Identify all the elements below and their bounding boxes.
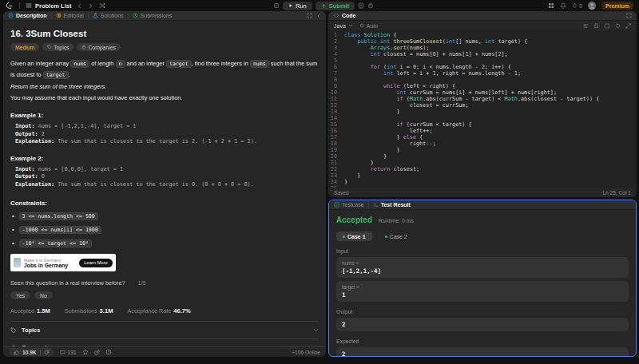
saved-status: Saved xyxy=(334,190,349,196)
line-number: 14 xyxy=(328,115,344,121)
thumbs-down-icon[interactable] xyxy=(44,350,50,355)
example-block: Example 2:Input: nums = [0,0,0], target … xyxy=(10,155,319,189)
line-number: 9 xyxy=(328,83,344,89)
brackets-icon[interactable] xyxy=(604,23,610,29)
survey-yes-button[interactable]: Yes xyxy=(10,291,30,299)
reset-icon[interactable] xyxy=(615,23,621,29)
accordion-topics[interactable]: Topics xyxy=(10,321,319,338)
code-editor[interactable]: 1class Solution {2 public int threeSumCl… xyxy=(328,30,637,188)
input-field-box[interactable]: nums =[-1,2,1,-4] xyxy=(336,257,629,278)
difficulty-badge[interactable]: Medium xyxy=(10,43,39,51)
survey-no-button[interactable]: No xyxy=(34,291,53,299)
code-line: 24} xyxy=(328,179,637,185)
result-runtime: Runtime: 0 ms xyxy=(379,218,414,224)
line-number: 3 xyxy=(328,45,344,51)
tab-code-label: Code xyxy=(342,13,356,18)
line-number: 22 xyxy=(328,166,344,172)
problem-list-label: Problem List xyxy=(35,2,71,10)
tab-solutions[interactable]: Solutions xyxy=(93,13,124,18)
topics-tag-label: Topics xyxy=(54,45,69,50)
example-row-key: Input: xyxy=(15,123,35,129)
ad-learn-more-button[interactable]: Learn More xyxy=(79,259,113,267)
random-problem-button[interactable] xyxy=(99,2,105,9)
editor-tabbar: Code xyxy=(328,11,637,21)
tag-icon xyxy=(47,45,52,49)
tab-submissions[interactable]: Submissions xyxy=(133,13,173,18)
input-label: Input xyxy=(336,248,629,254)
chevron-down-icon xyxy=(313,327,319,333)
notifications-bell-icon[interactable] xyxy=(560,2,566,9)
input-fields: nums =[-1,2,1,-4]target =1 xyxy=(336,257,629,302)
language-selector[interactable]: Java xyxy=(334,23,353,29)
code-text: public int threeSumClosest(int[] nums, i… xyxy=(344,38,527,45)
input-field-box[interactable]: target =1 xyxy=(336,281,629,302)
notes-icon[interactable] xyxy=(358,2,364,9)
tab-editorial[interactable]: Editorial xyxy=(56,13,84,18)
example-row-key: Explanation: xyxy=(15,181,54,188)
help-icon[interactable] xyxy=(105,349,112,355)
line-number: 17 xyxy=(328,134,344,140)
code-text: } xyxy=(344,109,400,115)
chevron-down-icon xyxy=(348,23,353,28)
code-text: } xyxy=(344,153,387,160)
example-row-key: Output: xyxy=(15,131,38,137)
emphasized-text: Return the sum of the three integers. xyxy=(10,83,106,90)
stat-value: 3.1M xyxy=(100,307,113,315)
tab-testcase[interactable]: Testcase xyxy=(334,202,364,208)
tab-description[interactable]: Description xyxy=(8,13,47,18)
divider xyxy=(368,202,369,208)
field-value: [-1,2,1,-4] xyxy=(342,267,623,275)
prev-problem-button[interactable] xyxy=(77,3,82,9)
code-line: 5 xyxy=(328,57,637,64)
submit-button[interactable]: Submit xyxy=(316,2,355,10)
line-number: 1 xyxy=(328,32,344,38)
divider xyxy=(40,350,41,355)
collapse-panel-icon[interactable] xyxy=(316,14,321,18)
topics-tag[interactable]: Topics xyxy=(42,43,73,51)
case-tab-2[interactable]: Case 2 xyxy=(379,231,414,241)
code-text: if (Math.abs(currSum - target) < Math.ab… xyxy=(344,96,599,102)
apps-grid-icon[interactable] xyxy=(548,2,554,9)
stat-item: Submissions3.1M xyxy=(65,307,113,315)
example-row: Input: nums = [-1,2,1,-4], target = 1 xyxy=(10,123,319,131)
example-row-key: Explanation: xyxy=(15,138,54,144)
expand-editor-icon[interactable] xyxy=(626,13,632,18)
leetcode-logo[interactable] xyxy=(6,2,14,10)
run-button[interactable]: Run xyxy=(283,2,312,10)
expected-value: 2 xyxy=(342,350,623,356)
problem-description-content: 16. 3Sum Closest Medium Topics Companies… xyxy=(3,21,326,346)
code-text: } else { xyxy=(344,134,423,140)
favorite-star-icon[interactable] xyxy=(82,349,89,355)
editor-statusbar: Saved Ln 25, Col 1 xyxy=(328,188,637,197)
thumbs-up-icon[interactable] xyxy=(14,350,19,355)
format-icon[interactable] xyxy=(583,23,589,29)
code-text: } xyxy=(344,172,360,179)
fullscreen-icon[interactable] xyxy=(625,23,631,29)
tab-test-result[interactable]: Test Result xyxy=(373,202,411,208)
output-value: 2 xyxy=(342,321,623,328)
accordion-companies[interactable]: Companies xyxy=(10,338,319,346)
bookmark-icon[interactable] xyxy=(593,23,599,29)
ad-banner[interactable]: Make it in Germany Jobs in Germany Learn… xyxy=(10,254,116,271)
run-label: Run xyxy=(296,2,307,10)
comments-button[interactable]: 131 xyxy=(60,350,77,355)
companies-tag[interactable]: Companies xyxy=(77,43,120,51)
next-problem-button[interactable] xyxy=(88,3,93,9)
expand-panel-icon[interactable] xyxy=(307,13,312,18)
submissions-icon xyxy=(133,13,138,18)
comments-count: 131 xyxy=(68,350,77,355)
avatar[interactable] xyxy=(588,2,596,10)
timer-icon[interactable] xyxy=(367,2,374,9)
case-tab-1[interactable]: Case 1 xyxy=(336,231,372,241)
survey-progress: 1/5 xyxy=(137,279,145,287)
tab-description-label: Description xyxy=(16,13,47,18)
debug-icon[interactable] xyxy=(273,2,280,9)
auto-toggle[interactable]: Auto xyxy=(359,23,378,29)
streak-counter[interactable]: 0 xyxy=(572,2,582,9)
share-icon[interactable] xyxy=(94,350,100,355)
problem-list-button[interactable]: Problem List xyxy=(26,2,71,10)
case-passed-dot xyxy=(385,235,387,238)
description-icon xyxy=(8,13,14,18)
premium-badge[interactable]: Premium xyxy=(601,2,633,10)
tab-code[interactable]: Code xyxy=(333,13,356,18)
